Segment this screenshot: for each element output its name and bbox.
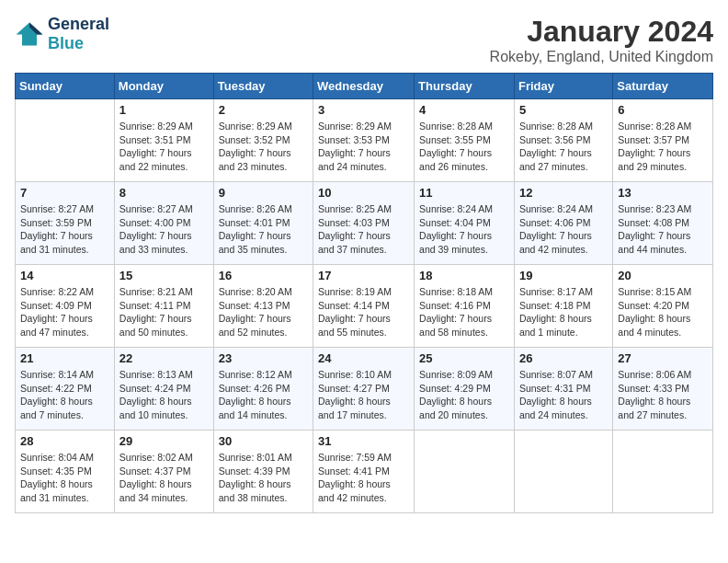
calendar-cell: 31 Sunrise: 7:59 AMSunset: 4:41 PMDaylig… xyxy=(313,431,415,513)
calendar-cell: 7 Sunrise: 8:27 AMSunset: 3:59 PMDayligh… xyxy=(16,182,115,265)
day-number: 6 xyxy=(618,103,708,117)
week-row-5: 28 Sunrise: 8:04 AMSunset: 4:35 PMDaylig… xyxy=(16,431,713,513)
header-saturday: Saturday xyxy=(613,74,713,99)
day-number: 15 xyxy=(119,269,209,282)
calendar-cell: 20 Sunrise: 8:15 AMSunset: 4:20 PMDaylig… xyxy=(613,265,713,348)
day-info: Sunrise: 8:29 AMSunset: 3:51 PMDaylight:… xyxy=(119,120,209,174)
day-info: Sunrise: 8:27 AMSunset: 3:59 PMDaylight:… xyxy=(20,202,109,257)
day-info: Sunrise: 8:12 AMSunset: 4:26 PMDaylight:… xyxy=(219,368,308,422)
day-info: Sunrise: 8:22 AMSunset: 4:09 PMDaylight:… xyxy=(20,285,109,339)
calendar-cell: 15 Sunrise: 8:21 AMSunset: 4:11 PMDaylig… xyxy=(114,265,213,348)
day-info: Sunrise: 8:06 AMSunset: 4:33 PMDaylight:… xyxy=(618,368,708,422)
calendar-cell: 1 Sunrise: 8:29 AMSunset: 3:51 PMDayligh… xyxy=(114,99,213,182)
day-number: 24 xyxy=(318,351,409,365)
week-row-2: 7 Sunrise: 8:27 AMSunset: 3:59 PMDayligh… xyxy=(16,182,713,265)
calendar-cell: 8 Sunrise: 8:27 AMSunset: 4:00 PMDayligh… xyxy=(114,182,213,265)
day-number: 11 xyxy=(419,186,509,200)
calendar-cell: 5 Sunrise: 8:28 AMSunset: 3:56 PMDayligh… xyxy=(514,99,612,182)
day-info: Sunrise: 8:19 AMSunset: 4:14 PMDaylight:… xyxy=(318,285,409,339)
calendar-cell: 6 Sunrise: 8:28 AMSunset: 3:57 PMDayligh… xyxy=(613,99,713,182)
day-number: 28 xyxy=(20,434,109,448)
calendar-cell: 3 Sunrise: 8:29 AMSunset: 3:53 PMDayligh… xyxy=(313,99,415,182)
calendar-cell: 29 Sunrise: 8:02 AMSunset: 4:37 PMDaylig… xyxy=(114,431,213,513)
day-info: Sunrise: 8:13 AMSunset: 4:24 PMDaylight:… xyxy=(119,368,209,422)
day-number: 9 xyxy=(219,186,308,200)
logo: General Blue xyxy=(15,15,109,53)
calendar-cell: 13 Sunrise: 8:23 AMSunset: 4:08 PMDaylig… xyxy=(613,182,713,265)
day-info: Sunrise: 8:24 AMSunset: 4:06 PMDaylight:… xyxy=(519,202,608,257)
calendar-cell: 28 Sunrise: 8:04 AMSunset: 4:35 PMDaylig… xyxy=(16,431,115,513)
calendar-cell: 16 Sunrise: 8:20 AMSunset: 4:13 PMDaylig… xyxy=(213,265,313,348)
calendar-cell: 14 Sunrise: 8:22 AMSunset: 4:09 PMDaylig… xyxy=(16,265,115,348)
calendar-cell: 4 Sunrise: 8:28 AMSunset: 3:55 PMDayligh… xyxy=(415,99,515,182)
calendar-cell: 10 Sunrise: 8:25 AMSunset: 4:03 PMDaylig… xyxy=(313,182,415,265)
calendar-cell xyxy=(613,431,713,513)
page-header: General Blue January 2024 Rokeby, Englan… xyxy=(15,15,713,65)
location: Rokeby, England, United Kingdom xyxy=(490,49,713,65)
day-number: 31 xyxy=(318,434,409,448)
day-info: Sunrise: 8:21 AMSunset: 4:11 PMDaylight:… xyxy=(119,285,209,339)
calendar-cell xyxy=(514,431,612,513)
day-info: Sunrise: 8:28 AMSunset: 3:55 PMDaylight:… xyxy=(419,120,509,174)
day-info: Sunrise: 8:15 AMSunset: 4:20 PMDaylight:… xyxy=(618,285,708,339)
day-number: 22 xyxy=(119,351,209,365)
calendar-table: SundayMondayTuesdayWednesdayThursdayFrid… xyxy=(15,73,713,513)
calendar-cell: 26 Sunrise: 8:07 AMSunset: 4:31 PMDaylig… xyxy=(514,348,612,431)
calendar-cell xyxy=(16,99,115,182)
calendar-cell: 22 Sunrise: 8:13 AMSunset: 4:24 PMDaylig… xyxy=(114,348,213,431)
calendar-cell: 2 Sunrise: 8:29 AMSunset: 3:52 PMDayligh… xyxy=(213,99,313,182)
day-info: Sunrise: 8:18 AMSunset: 4:16 PMDaylight:… xyxy=(419,285,509,339)
logo-icon xyxy=(15,21,44,47)
day-info: Sunrise: 8:07 AMSunset: 4:31 PMDaylight:… xyxy=(519,368,608,422)
day-number: 4 xyxy=(419,103,509,117)
day-number: 25 xyxy=(419,351,509,365)
day-info: Sunrise: 8:29 AMSunset: 3:53 PMDaylight:… xyxy=(318,120,409,174)
day-number: 1 xyxy=(119,103,209,117)
calendar-cell: 25 Sunrise: 8:09 AMSunset: 4:29 PMDaylig… xyxy=(415,348,515,431)
day-info: Sunrise: 8:14 AMSunset: 4:22 PMDaylight:… xyxy=(20,368,109,422)
header-monday: Monday xyxy=(114,74,213,99)
day-number: 26 xyxy=(519,351,608,365)
day-number: 17 xyxy=(318,269,409,282)
header-thursday: Thursday xyxy=(415,74,515,99)
week-row-3: 14 Sunrise: 8:22 AMSunset: 4:09 PMDaylig… xyxy=(16,265,713,348)
day-number: 2 xyxy=(219,103,308,117)
header-sunday: Sunday xyxy=(16,74,115,99)
calendar-cell: 27 Sunrise: 8:06 AMSunset: 4:33 PMDaylig… xyxy=(613,348,713,431)
week-row-4: 21 Sunrise: 8:14 AMSunset: 4:22 PMDaylig… xyxy=(16,348,713,431)
day-info: Sunrise: 8:01 AMSunset: 4:39 PMDaylight:… xyxy=(219,451,308,505)
calendar-body: 1 Sunrise: 8:29 AMSunset: 3:51 PMDayligh… xyxy=(16,99,713,513)
day-info: Sunrise: 8:04 AMSunset: 4:35 PMDaylight:… xyxy=(20,451,109,505)
calendar-cell xyxy=(415,431,515,513)
day-info: Sunrise: 8:09 AMSunset: 4:29 PMDaylight:… xyxy=(419,368,509,422)
header-friday: Friday xyxy=(514,74,612,99)
week-row-1: 1 Sunrise: 8:29 AMSunset: 3:51 PMDayligh… xyxy=(16,99,713,182)
day-number: 12 xyxy=(519,186,608,200)
logo-text: General Blue xyxy=(48,15,109,53)
day-info: Sunrise: 8:28 AMSunset: 3:57 PMDaylight:… xyxy=(618,120,708,174)
day-number: 19 xyxy=(519,269,608,282)
day-number: 14 xyxy=(20,269,109,282)
day-number: 30 xyxy=(219,434,308,448)
day-info: Sunrise: 8:24 AMSunset: 4:04 PMDaylight:… xyxy=(419,202,509,257)
day-info: Sunrise: 7:59 AMSunset: 4:41 PMDaylight:… xyxy=(318,451,409,505)
day-info: Sunrise: 8:29 AMSunset: 3:52 PMDaylight:… xyxy=(219,120,308,174)
day-number: 10 xyxy=(318,186,409,200)
calendar-cell: 9 Sunrise: 8:26 AMSunset: 4:01 PMDayligh… xyxy=(213,182,313,265)
day-number: 27 xyxy=(618,351,708,365)
day-info: Sunrise: 8:10 AMSunset: 4:27 PMDaylight:… xyxy=(318,368,409,422)
header-tuesday: Tuesday xyxy=(213,74,313,99)
calendar-cell: 12 Sunrise: 8:24 AMSunset: 4:06 PMDaylig… xyxy=(514,182,612,265)
day-number: 16 xyxy=(219,269,308,282)
day-number: 23 xyxy=(219,351,308,365)
calendar-header: SundayMondayTuesdayWednesdayThursdayFrid… xyxy=(16,74,713,99)
day-number: 5 xyxy=(519,103,608,117)
day-number: 20 xyxy=(618,269,708,282)
calendar-cell: 11 Sunrise: 8:24 AMSunset: 4:04 PMDaylig… xyxy=(415,182,515,265)
day-number: 13 xyxy=(618,186,708,200)
day-info: Sunrise: 8:27 AMSunset: 4:00 PMDaylight:… xyxy=(119,202,209,257)
day-info: Sunrise: 8:28 AMSunset: 3:56 PMDaylight:… xyxy=(519,120,608,174)
calendar-cell: 21 Sunrise: 8:14 AMSunset: 4:22 PMDaylig… xyxy=(16,348,115,431)
day-number: 3 xyxy=(318,103,409,117)
day-number: 21 xyxy=(20,351,109,365)
